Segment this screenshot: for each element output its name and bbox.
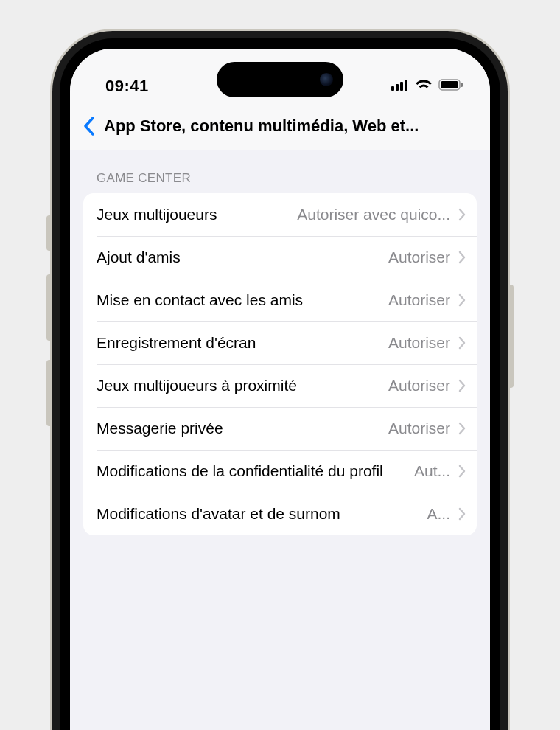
row-value: Autoriser (388, 420, 450, 437)
chevron-right-icon (458, 207, 466, 222)
row-label: Modifications d'avatar et de surnom (97, 504, 340, 524)
power-button (508, 285, 514, 388)
row-adding-friends[interactable]: Ajout d'amis Autoriser (83, 236, 477, 279)
status-icons (391, 78, 463, 94)
row-value: Aut... (414, 462, 450, 480)
svg-rect-6 (461, 83, 463, 87)
content-area: GAME CENTER Jeux multijoueurs Autoriser … (70, 150, 490, 535)
row-nearby-multiplayer[interactable]: Jeux multijoueurs à proximité Autoriser (83, 364, 477, 407)
row-private-messaging[interactable]: Messagerie privée Autoriser (83, 407, 477, 450)
settings-group-game-center: Jeux multijoueurs Autoriser avec quico..… (83, 193, 477, 535)
row-label: Jeux multijoueurs (97, 205, 217, 224)
wifi-icon (415, 78, 433, 94)
row-label: Messagerie privée (97, 419, 223, 438)
navigation-bar: App Store, contenu multimédia, Web et... (70, 106, 490, 150)
chevron-right-icon (458, 464, 466, 479)
row-label: Ajout d'amis (97, 248, 181, 267)
svg-rect-0 (391, 86, 394, 91)
row-value: Autoriser (388, 334, 450, 352)
phone-bezel: 09:41 App Store, contenu (60, 38, 500, 730)
screen: 09:41 App Store, contenu (70, 49, 490, 730)
row-value: A... (427, 505, 450, 523)
row-label: Mise en contact avec les amis (97, 291, 303, 310)
chevron-right-icon (458, 421, 466, 436)
front-camera (320, 73, 333, 86)
silence-switch (46, 215, 52, 251)
row-value: Autoriser avec quico... (297, 206, 450, 223)
row-avatar-nickname-changes[interactable]: Modifications d'avatar et de surnom A... (83, 493, 477, 535)
page-title: App Store, contenu multimédia, Web et... (99, 117, 481, 136)
row-profile-privacy-changes[interactable]: Modifications de la confidentialité du p… (83, 450, 477, 493)
row-label: Jeux multijoueurs à proximité (97, 376, 297, 395)
row-screen-recording[interactable]: Enregistrement d'écran Autoriser (83, 321, 477, 364)
svg-rect-2 (400, 82, 403, 91)
chevron-right-icon (458, 507, 466, 521)
phone-frame: 09:41 App Store, contenu (52, 31, 508, 730)
status-time: 09:41 (105, 77, 149, 96)
svg-rect-5 (441, 81, 458, 88)
volume-up-button (46, 274, 52, 341)
chevron-right-icon (458, 293, 466, 307)
svg-rect-1 (396, 84, 399, 91)
chevron-right-icon (458, 250, 466, 265)
battery-icon (438, 79, 463, 94)
volume-down-button (46, 360, 52, 426)
cellular-icon (391, 79, 409, 94)
row-multiplayer-games[interactable]: Jeux multijoueurs Autoriser avec quico..… (83, 193, 477, 236)
chevron-left-icon (83, 117, 95, 136)
row-label: Modifications de la confidentialité du p… (97, 462, 383, 481)
svg-rect-3 (405, 80, 407, 91)
chevron-right-icon (458, 378, 466, 393)
row-value: Autoriser (388, 377, 450, 394)
row-value: Autoriser (388, 248, 450, 266)
row-connect-with-friends[interactable]: Mise en contact avec les amis Autoriser (83, 279, 477, 321)
chevron-right-icon (458, 336, 466, 350)
back-button[interactable] (79, 111, 99, 141)
dynamic-island (217, 62, 343, 97)
row-value: Autoriser (388, 291, 450, 309)
section-header-game-center: GAME CENTER (83, 171, 477, 193)
row-label: Enregistrement d'écran (97, 333, 256, 352)
